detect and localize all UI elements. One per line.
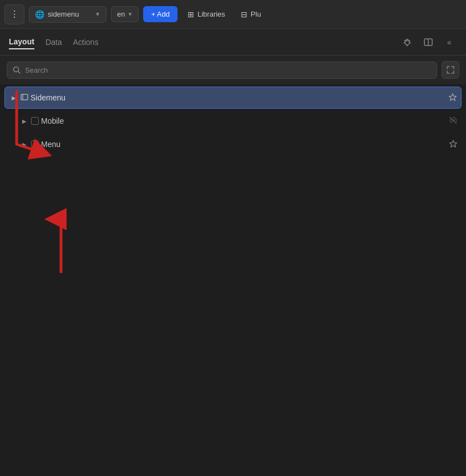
globe-icon: 🌐 bbox=[35, 10, 44, 19]
search-input[interactable] bbox=[25, 66, 431, 74]
libraries-button[interactable]: ⊞ Libraries bbox=[182, 7, 231, 22]
collapse-icon: « bbox=[447, 38, 452, 47]
lang-chevron-icon: ▼ bbox=[127, 11, 133, 17]
search-input-wrap bbox=[7, 62, 437, 79]
chevron-menu-icon[interactable]: ▶ bbox=[20, 140, 29, 149]
svg-rect-10 bbox=[21, 94, 28, 100]
expand-button[interactable] bbox=[442, 61, 459, 79]
menu-checkbox[interactable] bbox=[31, 140, 39, 148]
mobile-checkbox[interactable] bbox=[31, 117, 39, 125]
tree-item-sidemenu[interactable]: ▶ Sidemenu bbox=[4, 87, 462, 109]
mobile-item-label: Mobile bbox=[41, 117, 447, 125]
language-button[interactable]: en ▼ bbox=[111, 6, 139, 22]
search-container bbox=[0, 55, 466, 84]
svg-line-9 bbox=[18, 72, 21, 74]
sidemenu-action-icon[interactable] bbox=[449, 93, 457, 103]
layout-view-button[interactable] bbox=[421, 34, 436, 50]
plugins-button[interactable]: ⊟ Plu bbox=[235, 7, 267, 22]
menu-item-label: Menu bbox=[41, 140, 447, 149]
mobile-action-icon[interactable] bbox=[449, 117, 457, 126]
bug-icon bbox=[403, 38, 412, 47]
toolbar: ⋮ 🌐 sidemenu ▼ en ▼ + Add ⊞ Libraries ⊟ … bbox=[0, 0, 466, 29]
svg-marker-14 bbox=[450, 140, 457, 147]
add-button[interactable]: + Add bbox=[143, 6, 178, 22]
tree-container: ▶ Sidemenu ▶ Mobile ▶ bbox=[0, 84, 466, 158]
chevron-sidemenu-icon[interactable]: ▶ bbox=[9, 93, 18, 102]
more-options-button[interactable]: ⋮ bbox=[4, 4, 24, 24]
layout-view-icon bbox=[424, 38, 433, 47]
tab-data[interactable]: Data bbox=[45, 36, 62, 49]
search-icon bbox=[13, 66, 21, 74]
component-selector[interactable]: 🌐 sidemenu ▼ bbox=[29, 6, 107, 23]
panel-tabs: Layout Data Actions bbox=[9, 35, 399, 49]
sidemenu-item-label: Sidemenu bbox=[31, 93, 447, 102]
tab-layout[interactable]: Layout bbox=[9, 35, 34, 49]
plugins-icon: ⊟ bbox=[241, 10, 247, 19]
tree-item-mobile[interactable]: ▶ Mobile bbox=[16, 110, 462, 132]
menu-action-icon[interactable] bbox=[449, 140, 457, 149]
panel-header: Layout Data Actions bbox=[0, 29, 466, 55]
add-label: + Add bbox=[151, 10, 170, 18]
svg-marker-12 bbox=[449, 94, 457, 100]
selector-chevron-icon: ▼ bbox=[95, 11, 100, 17]
plugins-label: Plu bbox=[251, 10, 261, 18]
libraries-icon: ⊞ bbox=[188, 10, 194, 19]
panel-header-actions: « bbox=[399, 34, 457, 50]
svg-line-4 bbox=[404, 40, 406, 41]
svg-line-5 bbox=[409, 40, 410, 41]
expand-icon bbox=[447, 66, 454, 74]
tab-actions[interactable]: Actions bbox=[73, 36, 98, 49]
chevron-mobile-icon[interactable]: ▶ bbox=[20, 117, 29, 125]
collapse-button[interactable]: « bbox=[442, 34, 457, 50]
debug-icon-button[interactable] bbox=[399, 34, 415, 50]
tree-item-menu[interactable]: ▶ Menu bbox=[16, 133, 462, 155]
lang-text: en bbox=[117, 10, 125, 18]
sidemenu-item-icon bbox=[21, 93, 28, 103]
selector-text: sidemenu bbox=[48, 10, 79, 18]
dots-icon: ⋮ bbox=[10, 9, 19, 19]
libraries-label: Libraries bbox=[197, 10, 225, 18]
